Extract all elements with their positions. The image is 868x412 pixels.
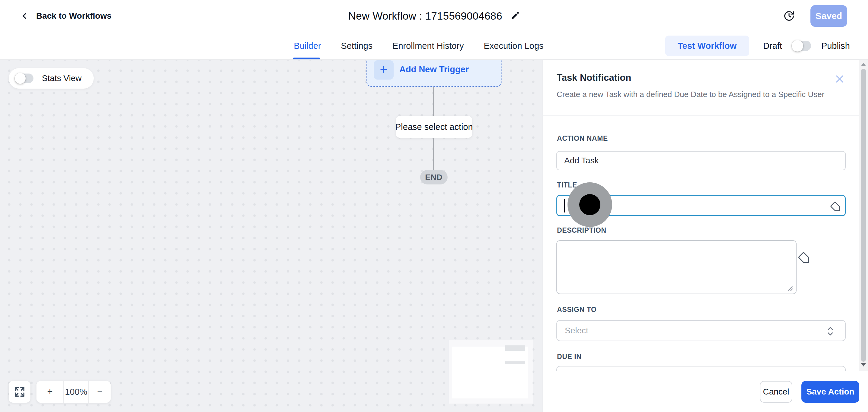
cancel-button[interactable]: Cancel (760, 381, 792, 403)
history-icon[interactable] (783, 10, 795, 22)
workflow-canvas[interactable]: Stats View + Add New Trigger Please sele… (0, 60, 542, 412)
panel-footer: Cancel Save Action (543, 371, 868, 412)
stats-toggle-knob (15, 73, 26, 84)
publish-toggle-row: Draft Publish (763, 41, 850, 51)
panel-subtitle: Create a new Task with a defined Due Dat… (557, 90, 824, 99)
back-to-workflows-button[interactable]: Back to Workflows (19, 0, 112, 32)
tab-bar: Builder Settings Enrollment History Exec… (294, 32, 544, 60)
title-label: TITLE (557, 181, 577, 189)
fit-view-button[interactable] (9, 381, 30, 403)
stats-view-toggle[interactable]: Stats View (9, 68, 94, 89)
stats-view-switch[interactable] (16, 73, 33, 83)
zoom-out-button[interactable]: − (89, 381, 111, 403)
please-select-action-node[interactable]: Please select action (396, 116, 472, 138)
active-tab-underline (293, 58, 320, 59)
workflow-title-group: New Workflow : 1715569004686 (348, 0, 520, 32)
save-action-button[interactable]: Save Action (801, 381, 859, 403)
panel-divider (543, 116, 859, 116)
tab-enrollment-history[interactable]: Enrollment History (393, 41, 464, 51)
zoom-level: 100% (64, 381, 89, 403)
stats-view-label: Stats View (42, 73, 82, 83)
connector-line (433, 87, 434, 116)
description-textarea[interactable] (556, 240, 797, 294)
workflow-title: New Workflow : 1715569004686 (348, 10, 502, 22)
add-new-trigger-label[interactable]: Add New Trigger (399, 64, 469, 74)
tab-builder[interactable]: Builder (294, 41, 321, 51)
merge-tag-icon[interactable] (830, 201, 841, 212)
action-config-panel: Task Notification Create a new Task with… (542, 60, 868, 412)
plus-icon: + (380, 63, 388, 76)
subheader-right-group: Test Workflow Draft Publish (665, 32, 850, 60)
minimap-viewport (452, 347, 528, 399)
tab-execution-logs[interactable]: Execution Logs (484, 41, 544, 51)
action-name-label: ACTION NAME (557, 134, 608, 142)
expand-arrows-icon (14, 386, 25, 398)
back-chevron-icon (19, 11, 30, 21)
edit-pencil-icon[interactable] (510, 11, 520, 21)
draft-publish-toggle[interactable] (792, 41, 811, 51)
description-label: DESCRIPTION (557, 226, 607, 234)
publish-label: Publish (821, 41, 850, 51)
zoom-in-button[interactable]: + (36, 381, 64, 403)
minimap[interactable] (449, 340, 533, 404)
scrollbar-thumb[interactable] (861, 69, 866, 362)
select-placeholder: Select (565, 326, 588, 336)
assign-to-label: ASSIGN TO (557, 306, 597, 314)
panel-scrollbar[interactable] (859, 60, 868, 371)
due-in-label: DUE IN (557, 353, 582, 361)
toggle-knob (792, 40, 803, 52)
chevron-up-down-icon (826, 326, 835, 337)
minimap-node (505, 361, 525, 364)
back-label: Back to Workflows (36, 11, 112, 21)
connector-line (433, 138, 434, 170)
scrollbar-down-arrow[interactable] (861, 363, 866, 367)
scrollbar-up-arrow[interactable] (861, 63, 866, 66)
header-right-group: Saved (783, 0, 847, 32)
saved-button[interactable]: Saved (810, 5, 847, 27)
assign-to-select[interactable]: Select (556, 320, 846, 341)
end-node: END (420, 170, 447, 185)
close-panel-button[interactable] (834, 73, 846, 85)
test-workflow-button[interactable]: Test Workflow (665, 36, 749, 56)
subheader-bar: Builder Settings Enrollment History Exec… (0, 32, 868, 60)
title-input-wrap (556, 195, 846, 216)
action-name-input[interactable] (556, 151, 846, 170)
close-icon (834, 73, 846, 85)
zoom-controls: + 100% − (36, 381, 111, 403)
add-trigger-plus-tile[interactable]: + (374, 60, 394, 80)
draft-label: Draft (763, 41, 782, 51)
panel-title: Task Notification (557, 72, 631, 83)
minimap-node (505, 345, 525, 351)
top-header: Back to Workflows New Workflow : 1715569… (0, 0, 868, 32)
title-input[interactable] (557, 196, 845, 215)
tab-settings[interactable]: Settings (341, 41, 373, 51)
merge-tag-icon[interactable] (798, 251, 810, 264)
text-caret (564, 199, 565, 213)
